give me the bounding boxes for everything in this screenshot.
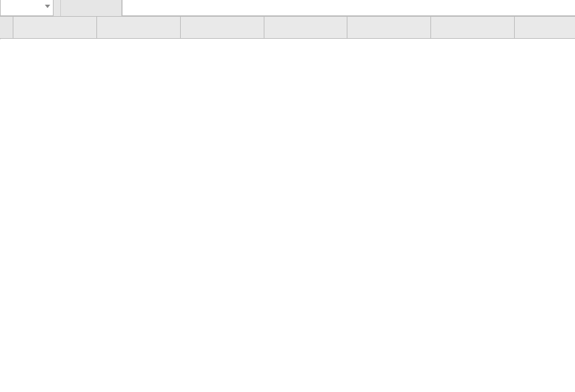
column-header-E[interactable] [347, 17, 431, 38]
confirm-icon[interactable] [84, 1, 98, 15]
column-header-D[interactable] [264, 17, 348, 38]
formula-input[interactable] [122, 0, 575, 16]
merged-annotation-cell[interactable] [0, 39, 1, 39]
fx-icon[interactable] [102, 1, 117, 15]
spreadsheet [0, 17, 575, 392]
grid-body[interactable] [0, 39, 575, 392]
column-header-B[interactable] [97, 17, 181, 38]
cancel-icon[interactable] [65, 1, 80, 15]
column-header-F[interactable] [431, 17, 515, 38]
name-box[interactable] [0, 0, 54, 16]
chevron-down-icon[interactable] [45, 5, 50, 8]
column-headers [0, 17, 575, 39]
formula-bar [0, 0, 575, 17]
column-header-C[interactable] [181, 17, 264, 38]
select-all-corner[interactable] [0, 17, 13, 38]
column-header-A[interactable] [13, 17, 97, 38]
column-header-G[interactable] [515, 17, 575, 38]
formula-bar-buttons [60, 0, 122, 16]
